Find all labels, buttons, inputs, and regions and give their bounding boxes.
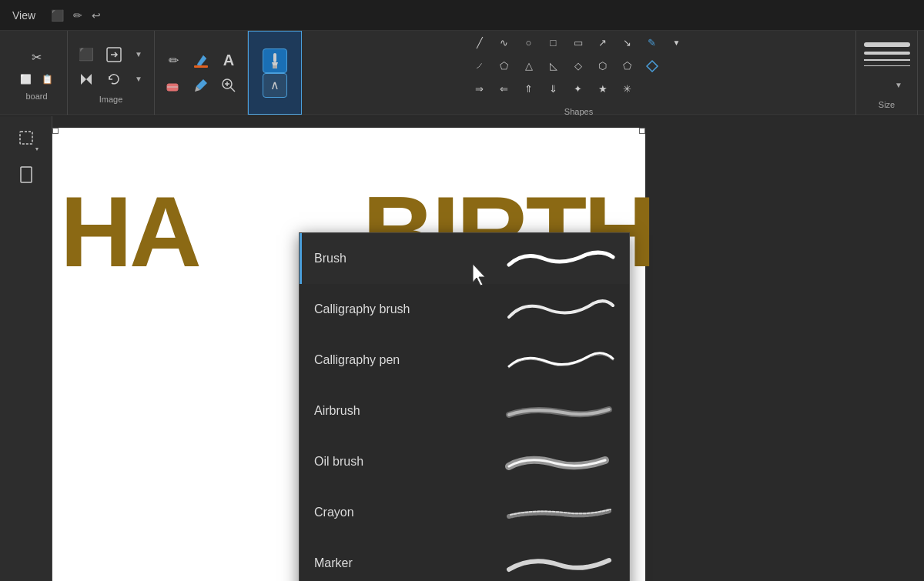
oil-brush-preview xyxy=(494,442,617,481)
text-icon[interactable]: A xyxy=(216,48,241,73)
size-expand[interactable]: ▼ xyxy=(886,72,911,97)
main-canvas-area: HA BIRTH xyxy=(0,116,924,581)
tools-top-row: ✏ A xyxy=(161,48,241,73)
chevron-up-icon[interactable]: ∧ xyxy=(263,73,287,98)
rotate-icon[interactable] xyxy=(102,67,126,92)
shapes-label: Shapes xyxy=(564,107,593,116)
clipboard-bottom-row: ⬜ 📋 xyxy=(17,70,57,88)
image-label: Image xyxy=(99,95,123,104)
page-tool[interactable] xyxy=(11,159,42,190)
airbrush-item[interactable]: Airbrush xyxy=(300,386,629,436)
rounded-rect-shape[interactable]: ▭ xyxy=(567,33,589,53)
clipboard-group: ✂ ⬜ 📋 board xyxy=(6,31,68,115)
svg-line-4 xyxy=(230,87,235,92)
diag-shape[interactable]: ⟋ xyxy=(469,56,490,76)
tools-group: ✏ A xyxy=(155,31,248,115)
calligraphy-pen-preview xyxy=(494,341,617,379)
resize-icon[interactable] xyxy=(102,42,126,67)
hex-shape[interactable]: ⬡ xyxy=(592,56,614,76)
brush-stroke-preview xyxy=(494,239,617,278)
tools-bottom-row xyxy=(161,73,241,98)
calligraphy-brush-preview xyxy=(494,290,617,329)
brush-dropdown: Brush Calligraphy brush Calligraphy pen xyxy=(299,232,630,581)
calligraphy-pen-label: Calligraphy pen xyxy=(314,353,494,367)
svg-rect-7 xyxy=(273,53,276,62)
pen-icon[interactable]: ✏ xyxy=(73,9,82,22)
size-line-3[interactable] xyxy=(864,59,910,61)
diamond-shape[interactable]: ◇ xyxy=(567,56,589,76)
fill-icon2[interactable] xyxy=(641,56,663,76)
svg-rect-9 xyxy=(20,132,32,144)
left-arrow-shape[interactable]: ⇐ xyxy=(494,79,515,99)
down-arrow-shape[interactable]: ⇓ xyxy=(543,79,564,99)
right-tri-shape[interactable]: ◺ xyxy=(543,56,564,76)
size-line-4[interactable] xyxy=(864,65,910,66)
left-toolbar xyxy=(0,116,52,581)
shapes-group: ╱ ∿ ○ □ ▭ ↗ ↘ ✎ ▼ ⟋ ⬠ △ ◺ ◇ ⬡ ⬠ ⇒ xyxy=(302,31,856,115)
image-bottom-row: ▼ xyxy=(74,67,148,92)
shapes-grid: ╱ ∿ ○ □ ▭ ↗ ↘ ✎ ▼ ⟋ ⬠ △ ◺ ◇ ⬡ ⬠ ⇒ xyxy=(466,30,692,104)
rect-shape[interactable]: □ xyxy=(543,33,564,53)
arrow2-shape[interactable]: ↘ xyxy=(617,33,638,53)
edit-shape[interactable]: ✎ xyxy=(641,33,663,53)
paste-icon[interactable]: 📋 xyxy=(38,70,57,88)
crop-icon[interactable]: ⬛ xyxy=(74,42,99,67)
brush-select-icon[interactable] xyxy=(263,48,287,73)
up-arrow-shape[interactable]: ⇑ xyxy=(518,79,540,99)
flip-icon[interactable] xyxy=(74,67,99,92)
pent-shape[interactable]: ⬠ xyxy=(617,56,638,76)
airbrush-preview xyxy=(494,392,617,430)
crayon-preview xyxy=(494,493,617,532)
size-line-1[interactable] xyxy=(864,42,910,47)
copy-icon[interactable]: ⬜ xyxy=(17,70,35,88)
star6-shape[interactable]: ✳ xyxy=(617,79,638,99)
fill-icon[interactable] xyxy=(189,48,213,73)
size-group: ▼ Size xyxy=(856,31,918,115)
star5-shape[interactable]: ★ xyxy=(592,79,614,99)
triangle-shape[interactable]: △ xyxy=(518,56,540,76)
title-bar: View ⬛ ✏ ↩ xyxy=(0,0,924,31)
pencil-icon[interactable]: ✏ xyxy=(161,48,186,73)
oil-brush-label: Oil brush xyxy=(314,455,494,469)
scissors-icon[interactable]: ✂ xyxy=(25,45,49,70)
svg-rect-1 xyxy=(194,65,208,68)
right-arrow-shape[interactable]: ⇒ xyxy=(469,79,490,99)
arrow-shape[interactable]: ↗ xyxy=(592,33,614,53)
curve-shape[interactable]: ∿ xyxy=(494,33,515,53)
zoom-icon[interactable] xyxy=(216,73,241,98)
eraser-icon[interactable] xyxy=(161,73,186,98)
calligraphy-brush-label: Calligraphy brush xyxy=(314,302,494,316)
select-rect-tool[interactable] xyxy=(11,122,42,153)
brush-group: ∧ xyxy=(248,31,302,115)
clipboard-top-row: ✂ xyxy=(25,45,49,70)
oil-brush-item[interactable]: Oil brush xyxy=(300,436,629,487)
brush-item[interactable]: Brush xyxy=(300,233,629,284)
resize-dropdown[interactable]: ▼ xyxy=(129,45,148,64)
size-label: Size xyxy=(879,100,895,109)
window-icon[interactable]: ⬛ xyxy=(51,9,64,22)
marker-item[interactable]: Marker xyxy=(300,538,629,581)
eyedropper-icon[interactable] xyxy=(189,73,213,98)
back-icon[interactable]: ↩ xyxy=(92,9,101,22)
birthday-text-left: HA xyxy=(60,174,199,289)
selection-handle-tl[interactable] xyxy=(52,128,59,134)
svg-rect-10 xyxy=(21,167,32,182)
circle-shape[interactable]: ○ xyxy=(518,33,540,53)
quad-shape[interactable]: ⬠ xyxy=(494,56,515,76)
shapes-dropdown[interactable]: ▼ xyxy=(666,33,688,53)
crayon-label: Crayon xyxy=(314,506,494,519)
view-menu[interactable]: View xyxy=(12,9,35,22)
image-group: ⬛ ▼ ▼ I xyxy=(68,31,155,115)
star4-shape[interactable]: ✦ xyxy=(567,79,589,99)
size-line-2[interactable] xyxy=(864,52,910,55)
marker-label: Marker xyxy=(314,556,494,570)
outline-icon[interactable] xyxy=(666,56,688,76)
selection-handle-tr[interactable] xyxy=(639,128,645,134)
calligraphy-pen-item[interactable]: Calligraphy pen xyxy=(300,335,629,386)
calligraphy-brush-item[interactable]: Calligraphy brush xyxy=(300,284,629,335)
line-shape[interactable]: ╱ xyxy=(469,33,490,53)
rotate-dropdown[interactable]: ▼ xyxy=(129,70,148,88)
crayon-item[interactable]: Crayon xyxy=(300,487,629,538)
brush-top xyxy=(263,48,287,73)
clipboard-label: board xyxy=(25,92,47,101)
